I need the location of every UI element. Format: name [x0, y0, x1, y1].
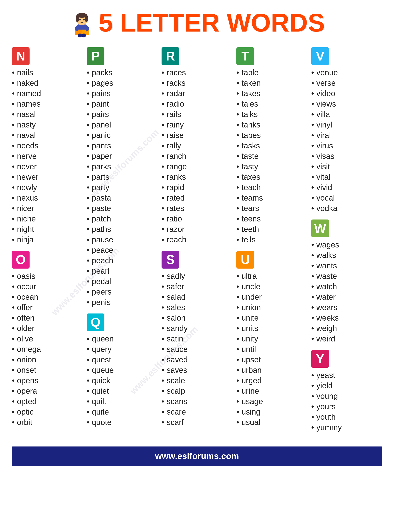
list-item: until: [236, 344, 307, 355]
list-item: never: [12, 161, 83, 172]
list-item: onset: [12, 365, 83, 375]
svg-point-13: [82, 33, 86, 37]
list-item: salad: [161, 292, 233, 302]
list-item: sauce: [161, 344, 233, 355]
footer-url: www.eslforums.com: [12, 447, 382, 466]
list-item: ranch: [161, 151, 233, 161]
letter-badge-V: V: [311, 47, 329, 65]
list-item: vocal: [311, 193, 382, 203]
list-item: waste: [311, 271, 382, 281]
column-4: Ttabletakentakestalestalkstankstapestask…: [236, 47, 307, 439]
svg-point-4: [85, 15, 88, 22]
list-item: usual: [236, 417, 307, 428]
list-item: salon: [161, 313, 233, 323]
list-item: unity: [236, 334, 307, 344]
list-item: talks: [236, 109, 307, 120]
list-item: verse: [311, 78, 382, 88]
list-item: queue: [87, 365, 158, 375]
list-item: quote: [87, 417, 158, 428]
list-item: viral: [311, 130, 382, 141]
svg-point-6: [83, 19, 85, 21]
list-item: teens: [236, 214, 307, 224]
list-item: needs: [12, 141, 83, 151]
list-item: saved: [161, 355, 233, 365]
list-item: urine: [236, 386, 307, 396]
list-item: razor: [161, 224, 233, 235]
list-item: taken: [236, 78, 307, 88]
list-item: yours: [311, 401, 382, 412]
list-item: union: [236, 302, 307, 313]
list-item: paint: [87, 99, 158, 109]
list-item: under: [236, 292, 307, 302]
list-item: scans: [161, 396, 233, 407]
letter-badge-T: T: [236, 47, 254, 65]
svg-point-5: [79, 19, 81, 21]
list-item: party: [87, 182, 158, 193]
column-1: Nnailsnakednamednamesnasalnastynavalneed…: [12, 47, 83, 439]
word-list-S: sadlysafersaladsalessalonsandysatinsauce…: [161, 271, 233, 428]
list-item: scale: [161, 375, 233, 386]
list-item: pearl: [87, 266, 158, 276]
list-item: pants: [87, 141, 158, 151]
word-list-W: wageswalkswantswastewatchwaterwearsweeks…: [311, 240, 382, 344]
list-item: query: [87, 344, 158, 355]
list-item: tells: [236, 235, 307, 245]
list-item: young: [311, 391, 382, 401]
letter-badge-P: P: [87, 47, 104, 65]
list-item: yummy: [311, 422, 382, 433]
letter-badge-R: R: [161, 47, 179, 65]
list-item: naked: [12, 78, 83, 88]
list-item: wants: [311, 261, 382, 271]
section-T: Ttabletakentakestalestalkstankstapestask…: [236, 47, 307, 245]
list-item: paste: [87, 203, 158, 214]
list-item: pasta: [87, 193, 158, 203]
list-item: ratio: [161, 214, 233, 224]
list-item: takes: [236, 88, 307, 99]
list-item: scalp: [161, 386, 233, 396]
svg-point-12: [78, 33, 82, 37]
word-columns: Nnailsnakednamednamesnasalnastynavalneed…: [12, 47, 382, 439]
list-item: peach: [87, 255, 158, 266]
list-item: penis: [87, 297, 158, 308]
list-item: pedal: [87, 276, 158, 287]
list-item: tales: [236, 99, 307, 109]
list-item: quilt: [87, 396, 158, 407]
word-list-Q: queenqueryquestqueuequickquietquiltquite…: [87, 334, 158, 428]
list-item: paths: [87, 224, 158, 235]
list-item: ocean: [12, 292, 83, 302]
list-item: visas: [311, 151, 382, 161]
list-item: ninja: [12, 235, 83, 245]
list-item: nicer: [12, 203, 83, 214]
list-item: range: [161, 161, 233, 172]
word-list-U: ultrauncleunderunionuniteunitsunityuntil…: [236, 271, 307, 428]
list-item: rainy: [161, 120, 233, 130]
list-item: night: [12, 224, 83, 235]
list-item: rails: [161, 109, 233, 120]
word-list-R: racesracksradarradiorailsrainyraiserally…: [161, 67, 233, 245]
list-item: urban: [236, 365, 307, 375]
list-item: occur: [12, 281, 83, 292]
list-item: races: [161, 67, 233, 78]
section-R: Rracesracksradarradiorailsrainyraiserall…: [161, 47, 233, 245]
section-O: Ooasisoccuroceanofferoftenolderoliveomeg…: [12, 251, 83, 428]
list-item: sadly: [161, 271, 233, 281]
list-item: older: [12, 323, 83, 334]
list-item: watch: [311, 281, 382, 292]
list-item: quiet: [87, 386, 158, 396]
letter-badge-S: S: [161, 251, 179, 269]
section-N: Nnailsnakednamednamesnasalnastynavalneed…: [12, 47, 83, 245]
list-item: rally: [161, 141, 233, 151]
list-item: nerve: [12, 151, 83, 161]
column-3: Rracesracksradarradiorailsrainyraiserall…: [161, 47, 233, 439]
section-Q: Qqueenqueryquestqueuequickquietquiltquit…: [87, 313, 158, 428]
list-item: nasal: [12, 109, 83, 120]
page-header: 5 LETTER WORDS: [12, 8, 382, 37]
list-item: newly: [12, 182, 83, 193]
list-item: teams: [236, 193, 307, 203]
list-item: pages: [87, 78, 158, 88]
list-item: taste: [236, 151, 307, 161]
list-item: names: [12, 99, 83, 109]
list-item: panic: [87, 130, 158, 141]
letter-badge-O: O: [12, 251, 30, 269]
list-item: rapid: [161, 182, 233, 193]
